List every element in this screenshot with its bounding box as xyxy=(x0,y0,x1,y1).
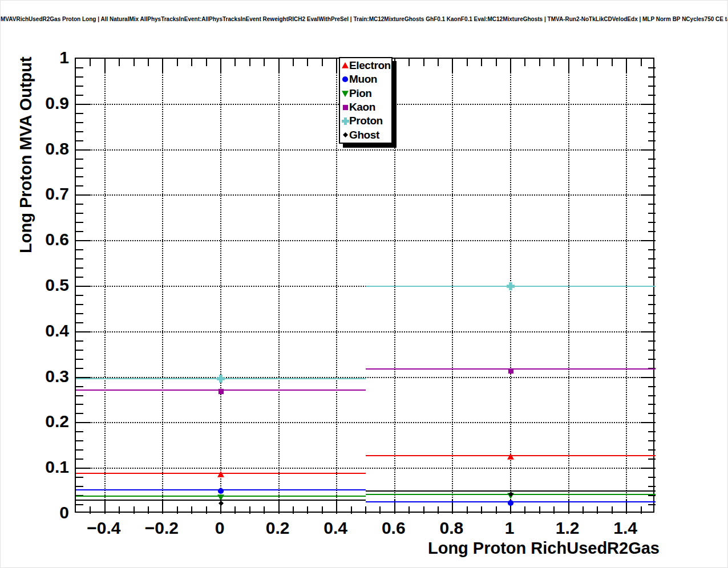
axis-minortick-y-right xyxy=(648,295,656,296)
x-tick-label: −0.2 xyxy=(145,518,179,538)
y-tick-label: 0 xyxy=(1,503,69,522)
axis-minortick-x xyxy=(423,506,424,514)
axis-minortick-x xyxy=(206,506,207,514)
marker-proton-icon xyxy=(217,375,225,385)
axis-minortick-x-top xyxy=(539,59,540,66)
axis-minortick-x-top xyxy=(438,59,439,66)
axis-minortick-x-top xyxy=(134,59,135,66)
legend-label: Electron xyxy=(349,59,391,72)
axis-minortick-x-top xyxy=(597,59,598,66)
axis-minortick-y xyxy=(76,277,83,278)
legend-item-kaon: Kaon xyxy=(341,100,391,114)
axis-minortick-x-top xyxy=(467,59,468,66)
y-tick-label: 0.2 xyxy=(1,412,69,431)
legend-marker-square-icon xyxy=(341,104,349,111)
gridline-y xyxy=(76,468,656,469)
axis-tick-y xyxy=(76,422,91,423)
axis-tick-y-right xyxy=(641,194,656,196)
legend-marker-diamond-icon xyxy=(341,132,349,137)
axis-minortick-y-right xyxy=(648,386,656,387)
axis-minortick-x-top xyxy=(264,59,265,66)
axis-minortick-y-right xyxy=(648,231,656,232)
axis-minortick-y xyxy=(76,140,83,141)
y-tick-label: 0.9 xyxy=(1,94,69,113)
axis-minortick-y-right xyxy=(648,504,656,505)
legend-marker-cross-icon xyxy=(341,117,349,125)
axis-minortick-x-top xyxy=(496,59,497,66)
marker-kaon-icon xyxy=(508,366,514,376)
axis-tick-x-top xyxy=(568,59,569,74)
gridline-y xyxy=(76,149,656,151)
axis-minortick-x xyxy=(496,506,497,514)
y-tick-label: 0.4 xyxy=(1,321,69,340)
marker-kaon-icon xyxy=(218,387,224,397)
legend-marker-circle-icon xyxy=(341,76,349,83)
axis-tick-y xyxy=(76,468,91,469)
gridline-y xyxy=(76,331,656,332)
axis-minortick-y-right xyxy=(648,249,656,250)
axis-minortick-y xyxy=(76,76,83,78)
y-tick-label: 0.7 xyxy=(1,184,69,204)
legend-label: Kaon xyxy=(349,101,375,113)
legend-item-pion: Pion xyxy=(341,87,391,100)
marker-electron-icon xyxy=(217,470,224,480)
axis-minortick-y-right xyxy=(648,449,656,451)
axis-minortick-y-right xyxy=(648,258,656,259)
axis-minortick-y xyxy=(76,340,83,342)
axis-minortick-x-top xyxy=(307,59,308,66)
axis-tick-y xyxy=(76,240,91,241)
axis-minortick-x xyxy=(438,506,439,514)
axis-tick-x-top xyxy=(510,59,511,74)
axis-minortick-y-right xyxy=(648,350,656,351)
axis-minortick-y-right xyxy=(648,395,656,396)
legend-marker-triangle-up-icon xyxy=(341,62,349,69)
root-canvas: MVAVRichUsedR2Gas Proton Long | All Natu… xyxy=(0,0,728,568)
legend-item-electron: Electron xyxy=(341,59,391,72)
x-tick-label: 1.4 xyxy=(613,518,637,538)
axis-minortick-y xyxy=(76,86,83,87)
axis-tick-x-top xyxy=(162,59,163,74)
axis-tick-x xyxy=(336,499,337,514)
legend-item-muon: Muon xyxy=(341,72,391,86)
axis-minortick-y-right xyxy=(648,76,656,78)
axis-minortick-y-right xyxy=(648,122,656,123)
axis-minortick-y-right xyxy=(648,222,656,223)
axis-minortick-x-top xyxy=(148,59,149,66)
x-tick-label: 1.2 xyxy=(556,518,580,538)
x-tick-label: −0.4 xyxy=(87,518,120,538)
axis-minortick-x xyxy=(191,506,192,514)
axis-minortick-y xyxy=(76,368,83,369)
axis-minortick-y-right xyxy=(648,277,656,278)
axis-tick-x-top xyxy=(626,59,627,74)
axis-minortick-y xyxy=(76,176,83,177)
legend-item-ghost: Ghost xyxy=(341,128,391,141)
axis-minortick-x xyxy=(539,506,540,514)
axis-minortick-x xyxy=(641,506,642,514)
axis-minortick-x xyxy=(583,506,584,514)
x-tick-label: 1 xyxy=(505,518,515,538)
axis-tick-y-right xyxy=(641,240,656,241)
axis-minortick-y xyxy=(76,122,83,123)
axis-tick-x-top xyxy=(394,59,395,74)
axis-minortick-y xyxy=(76,413,83,414)
axis-minortick-y-right xyxy=(648,340,656,342)
legend-label: Muon xyxy=(349,73,377,86)
axis-minortick-x xyxy=(365,506,366,514)
axis-minortick-x-top xyxy=(409,59,410,66)
axis-minortick-x-top xyxy=(583,59,584,66)
axis-minortick-y-right xyxy=(648,359,656,360)
y-tick-label: 1 xyxy=(1,48,69,67)
axis-minortick-y xyxy=(76,159,83,160)
axis-tick-x xyxy=(162,499,163,514)
axis-minortick-y-right xyxy=(648,304,656,305)
axis-minortick-y-right xyxy=(648,322,656,323)
axis-minortick-y-right xyxy=(648,431,656,432)
x-tick-label: 0.8 xyxy=(440,518,464,538)
axis-minortick-y xyxy=(76,440,83,441)
axis-tick-x-top xyxy=(278,59,280,74)
axis-minortick-x-top xyxy=(641,59,642,66)
axis-minortick-y-right xyxy=(648,159,656,160)
axis-minortick-y-right xyxy=(648,213,656,214)
axis-minortick-x xyxy=(481,506,482,514)
axis-minortick-y xyxy=(76,504,83,505)
